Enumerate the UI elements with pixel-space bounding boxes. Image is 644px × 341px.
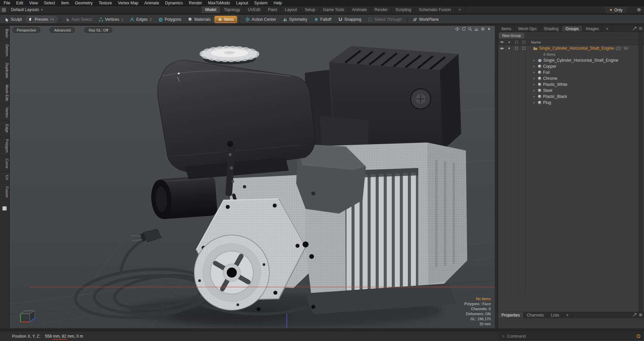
action-center-button[interactable]: Action Center <box>243 16 279 22</box>
layout-switcher[interactable]: Default Layouts ▾ <box>8 6 46 13</box>
tab-render[interactable]: Render <box>371 6 392 13</box>
tab-shading[interactable]: Shading <box>540 26 562 32</box>
pan-icon[interactable] <box>455 27 460 31</box>
vertices-mode-button[interactable]: Vertices 1 <box>96 16 126 22</box>
lock-column-box-icon[interactable] <box>515 40 519 44</box>
sidebar-item-vertex[interactable]: Vertex <box>0 104 9 121</box>
materials-mode-button[interactable]: Materials <box>185 16 213 22</box>
falloff-button[interactable]: Falloff <box>311 16 334 22</box>
tab-channels[interactable]: Channels <box>524 312 548 318</box>
muffler[interactable] <box>150 175 218 220</box>
menu-file[interactable]: File <box>1 0 13 6</box>
stats-icon[interactable] <box>474 27 479 31</box>
expand-play-icon[interactable] <box>487 27 491 31</box>
menu-system[interactable]: System <box>251 0 271 6</box>
sculpt-button[interactable]: Sculpt <box>2 16 24 22</box>
group-tree-item-plug[interactable]: + Plug <box>498 100 644 106</box>
group-tree-item-foil[interactable]: + Foil <box>498 69 644 75</box>
visibility-column-eye-icon[interactable] <box>500 40 504 44</box>
sidebar-item-edge[interactable]: Edge <box>0 121 9 136</box>
tab-add-properties[interactable]: + <box>563 312 572 318</box>
render-column-dot-icon[interactable] <box>507 40 511 44</box>
menu-geometry[interactable]: Geometry <box>72 0 96 6</box>
checkbox-icon[interactable] <box>522 46 526 50</box>
menu-vertex-map[interactable]: Vertex Map <box>115 0 142 6</box>
tab-lists[interactable]: Lists <box>547 312 563 318</box>
group-tree-item-plastic-white[interactable]: + Plastic_White <box>498 81 644 88</box>
command-history-icon[interactable] <box>637 334 640 338</box>
recoil-starter[interactable] <box>194 235 269 310</box>
group-tree-item-chrome[interactable]: + Chrome <box>498 75 644 81</box>
panel-divider[interactable] <box>495 26 498 328</box>
menu-select[interactable]: Select <box>41 0 58 6</box>
tab-groups[interactable]: Groups <box>562 26 582 32</box>
tab-setup[interactable]: Setup <box>301 6 319 13</box>
tab-scripting[interactable]: Scripting <box>392 6 415 13</box>
zoom-icon[interactable] <box>468 27 472 31</box>
new-group-button[interactable]: New Group <box>499 33 524 38</box>
menu-layout[interactable]: Layout <box>233 0 251 6</box>
tab-images[interactable]: Images <box>582 26 602 32</box>
tab-mesh-ops[interactable]: Mesh Ops <box>515 26 540 32</box>
tab-game-tools[interactable]: Game Tools <box>319 6 348 13</box>
hand-tool-icon[interactable] <box>2 206 7 211</box>
expand-icon[interactable]: + <box>533 59 538 62</box>
sidebar-item-duplicate[interactable]: Duplicate <box>0 60 9 81</box>
name-column-header[interactable]: Name <box>531 40 541 44</box>
expand-icon[interactable]: + <box>533 65 538 68</box>
menu-texture[interactable]: Texture <box>96 0 115 6</box>
layout-grid-button[interactable] <box>0 6 8 13</box>
auto-select-button[interactable]: Auto Select <box>63 16 95 22</box>
viewport-3d-scene[interactable] <box>10 26 495 328</box>
tab-add[interactable]: + <box>455 6 465 13</box>
fuel-cap[interactable] <box>200 47 259 64</box>
snapping-button[interactable]: Snapping <box>335 16 364 22</box>
workplane-button[interactable]: WorkPlane <box>410 16 441 22</box>
select-column-box-icon[interactable] <box>522 40 526 44</box>
perspective-button[interactable]: Perspective <box>12 27 40 33</box>
only-toggle[interactable]: ★ Only <box>606 7 626 13</box>
expand-icon[interactable]: + <box>533 101 538 105</box>
tab-schematic-fusion[interactable]: Schematic Fusion <box>415 6 455 13</box>
3d-viewport[interactable]: Perspective Advanced Ray GL: Off No Item… <box>10 26 495 328</box>
tab-properties[interactable]: Properties <box>498 312 524 318</box>
expand-panel-icon[interactable] <box>633 26 637 31</box>
group-tree-item-plastic-black[interactable]: + Plastic_Black <box>498 94 644 100</box>
group-row[interactable]: Single_Cylinder_Horizontal_Shaft_Engine … <box>498 45 644 51</box>
tab-model[interactable]: Model <box>202 6 220 13</box>
axis-gizmo[interactable] <box>20 311 35 322</box>
panel-scrollbar[interactable] <box>639 32 643 312</box>
checkbox-icon[interactable] <box>515 46 519 50</box>
shading-mode-button[interactable]: Advanced <box>50 27 75 33</box>
edges-mode-button[interactable]: Edges 2 <box>127 16 154 22</box>
group-tree-item-steel[interactable]: + Steel <box>498 88 644 94</box>
items-mode-button[interactable]: Items <box>215 16 237 23</box>
command-input[interactable] <box>507 334 608 339</box>
expand-panel-icon[interactable] <box>633 313 637 317</box>
tab-add-panel[interactable]: + <box>603 26 612 32</box>
eye-icon[interactable] <box>500 46 504 51</box>
tab-layout[interactable]: Layout <box>281 6 301 13</box>
expand-icon[interactable]: + <box>533 77 538 80</box>
group-tree-item-copper[interactable]: + Copper <box>498 63 644 69</box>
expand-icon[interactable]: + <box>533 95 538 99</box>
viewport-gear-icon[interactable] <box>481 27 485 31</box>
sidebar-item-uv[interactable]: UV <box>0 172 9 183</box>
menu-help[interactable]: Help <box>271 0 285 6</box>
tab-topology[interactable]: Topology <box>220 6 244 13</box>
menu-item[interactable]: Item <box>58 0 72 6</box>
sidebar-item-mesh-edit[interactable]: Mesh Edit <box>0 81 9 104</box>
menu-maxtomodo[interactable]: MaxToModo <box>205 0 233 6</box>
sidebar-item-curve[interactable]: Curve <box>0 156 9 172</box>
panel-menu-icon[interactable] <box>639 26 643 31</box>
orbit-icon[interactable] <box>462 27 466 31</box>
tab-uvedit[interactable]: UVEdit <box>244 6 264 13</box>
tab-paint[interactable]: Paint <box>264 6 281 13</box>
menu-view[interactable]: View <box>26 0 41 6</box>
menu-dynamics[interactable]: Dynamics <box>162 0 186 6</box>
sidebar-item-basic[interactable]: Basic <box>0 26 9 41</box>
raygl-button[interactable]: Ray GL: Off <box>84 27 112 33</box>
expand-icon[interactable]: + <box>533 71 538 74</box>
group-tree-item-engine[interactable]: + Single_Cylinder_Horizontal_Shaft_Engin… <box>498 57 644 63</box>
settings-button[interactable] <box>637 7 641 12</box>
